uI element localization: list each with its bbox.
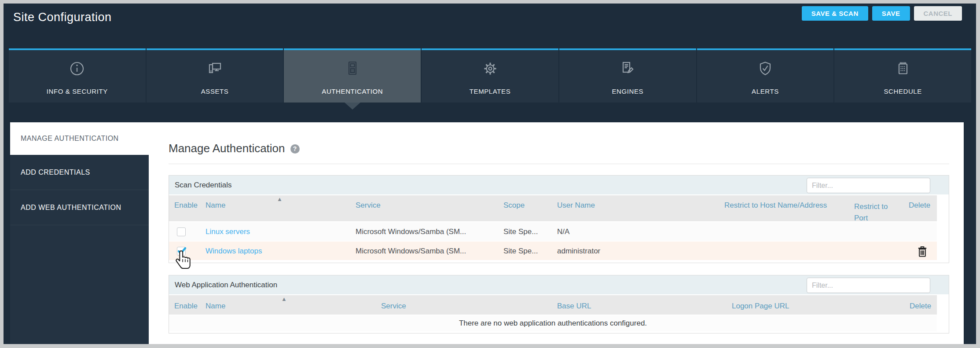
column-header-base-url[interactable]: Base URL bbox=[557, 302, 591, 311]
enable-checkbox[interactable] bbox=[177, 227, 186, 236]
web-authentication-table: Web Application Authentication Enable Na… bbox=[169, 275, 949, 333]
scan-credentials-title: Scan Credentials bbox=[175, 181, 231, 190]
help-icon[interactable]: ? bbox=[290, 144, 300, 154]
column-header-service[interactable]: Service bbox=[381, 302, 406, 311]
scan-credentials-band: Scan Credentials bbox=[169, 176, 949, 195]
tab-label: ASSETS bbox=[201, 88, 229, 95]
tab-label: ALERTS bbox=[752, 88, 779, 95]
tab-schedule[interactable]: SCHEDULE bbox=[834, 48, 971, 103]
main-content: Manage Authentication? Scan Credentials … bbox=[149, 122, 964, 344]
tab-info-security[interactable]: INFO & SECURITY bbox=[9, 48, 146, 103]
credential-user-name: N/A bbox=[557, 222, 569, 242]
save-and-scan-button[interactable]: SAVE & SCAN bbox=[802, 6, 868, 21]
column-header-delete[interactable]: Delete bbox=[910, 302, 931, 311]
sidebar-item-add-credentials[interactable]: ADD CREDENTIALS bbox=[10, 155, 149, 190]
sidebar-item-manage-authentication[interactable]: MANAGE AUTHENTICATION bbox=[10, 122, 149, 155]
column-header-delete[interactable]: Delete bbox=[909, 201, 930, 210]
credential-name-link[interactable]: Linux servers bbox=[206, 222, 250, 242]
web-authentication-band: Web Application Authentication bbox=[169, 275, 949, 295]
tab-alerts[interactable]: ALERTS bbox=[697, 48, 834, 103]
gear-icon bbox=[481, 59, 500, 80]
table-bottom-padding bbox=[169, 261, 949, 263]
scan-credentials-filter-input[interactable] bbox=[807, 178, 930, 193]
document-edit-icon bbox=[618, 59, 637, 80]
column-header-logon-page-url[interactable]: Logon Page URL bbox=[732, 302, 789, 311]
enable-checkbox[interactable] bbox=[177, 247, 186, 256]
config-tabs: INFO & SECURITY ASSETS AUTHENTIC bbox=[9, 48, 971, 103]
web-authentication-header-row: Enable Name ▲ Service Base URL Logon Pag… bbox=[169, 295, 937, 315]
column-header-restrict-host[interactable]: Restrict to Host Name/Address bbox=[724, 201, 827, 210]
column-header-user-name[interactable]: User Name bbox=[557, 201, 595, 210]
authentication-icon bbox=[343, 59, 362, 80]
credential-service: Microsoft Windows/Samba (SM... bbox=[356, 222, 466, 242]
tab-templates[interactable]: TEMPLATES bbox=[422, 48, 558, 103]
table-bottom-padding bbox=[169, 331, 949, 333]
action-buttons: SAVE & SCAN SAVE CANCEL bbox=[802, 6, 962, 21]
credential-service: Microsoft Windows/Samba (SM... bbox=[356, 242, 466, 261]
page-title: Site Configuration bbox=[13, 11, 112, 24]
credential-scope: Site Spe... bbox=[503, 222, 538, 242]
site-configuration-screen: Site Configuration SAVE & SCAN SAVE CANC… bbox=[0, 0, 980, 348]
sidebar-item-add-web-authentication[interactable]: ADD WEB AUTHENTICATION bbox=[10, 190, 149, 225]
column-header-name[interactable]: Name bbox=[206, 302, 225, 311]
shield-check-icon bbox=[756, 59, 775, 80]
tab-label: INFO & SECURITY bbox=[47, 88, 108, 95]
credential-scope: Site Spe... bbox=[503, 242, 538, 261]
column-header-scope[interactable]: Scope bbox=[503, 201, 525, 210]
column-header-enable[interactable]: Enable bbox=[174, 302, 198, 311]
tab-label: TEMPLATES bbox=[470, 88, 510, 95]
web-authentication-filter-input[interactable] bbox=[807, 278, 930, 293]
heading-divider bbox=[169, 164, 949, 164]
save-button[interactable]: SAVE bbox=[872, 6, 910, 21]
delete-trash-icon[interactable] bbox=[917, 245, 928, 257]
authentication-sidebar: MANAGE AUTHENTICATION ADD CREDENTIALS AD… bbox=[10, 122, 149, 344]
column-header-restrict-port[interactable]: Restrict to Port bbox=[854, 201, 896, 224]
credential-row-windows-laptops: Windows laptops Microsoft Windows/Samba … bbox=[169, 242, 937, 261]
cancel-button[interactable]: CANCEL bbox=[914, 6, 962, 21]
tab-assets[interactable]: ASSETS bbox=[147, 48, 283, 103]
sort-ascending-icon[interactable]: ▲ bbox=[281, 296, 287, 302]
web-authentication-empty-message: There are no web application authenticat… bbox=[169, 315, 937, 331]
assets-icon bbox=[205, 59, 224, 80]
column-header-name[interactable]: Name bbox=[206, 201, 225, 210]
scan-credentials-table: Scan Credentials Enable Name ▲ Service S… bbox=[169, 175, 949, 263]
credential-user-name: administrator bbox=[557, 242, 600, 261]
tab-authentication[interactable]: AUTHENTICATION bbox=[284, 48, 421, 103]
section-heading: Manage Authentication? bbox=[169, 142, 300, 155]
column-header-enable[interactable]: Enable bbox=[174, 201, 198, 210]
tab-label: SCHEDULE bbox=[884, 88, 922, 95]
calendar-icon bbox=[893, 59, 913, 80]
credential-name-link[interactable]: Windows laptops bbox=[206, 242, 262, 261]
credential-row-linux-servers: Linux servers Microsoft Windows/Samba (S… bbox=[169, 222, 937, 242]
tab-engines[interactable]: ENGINES bbox=[559, 48, 696, 103]
column-header-service[interactable]: Service bbox=[356, 201, 381, 210]
web-authentication-title: Web Application Authentication bbox=[175, 281, 277, 289]
selected-tab-caret bbox=[345, 103, 360, 110]
app-frame: Site Configuration SAVE & SCAN SAVE CANC… bbox=[4, 4, 976, 344]
scan-credentials-header-row: Enable Name ▲ Service Scope User Name Re… bbox=[169, 195, 937, 222]
tab-label: AUTHENTICATION bbox=[322, 88, 383, 95]
info-icon bbox=[67, 59, 87, 80]
tab-label: ENGINES bbox=[612, 88, 643, 95]
sort-ascending-icon[interactable]: ▲ bbox=[277, 196, 283, 202]
